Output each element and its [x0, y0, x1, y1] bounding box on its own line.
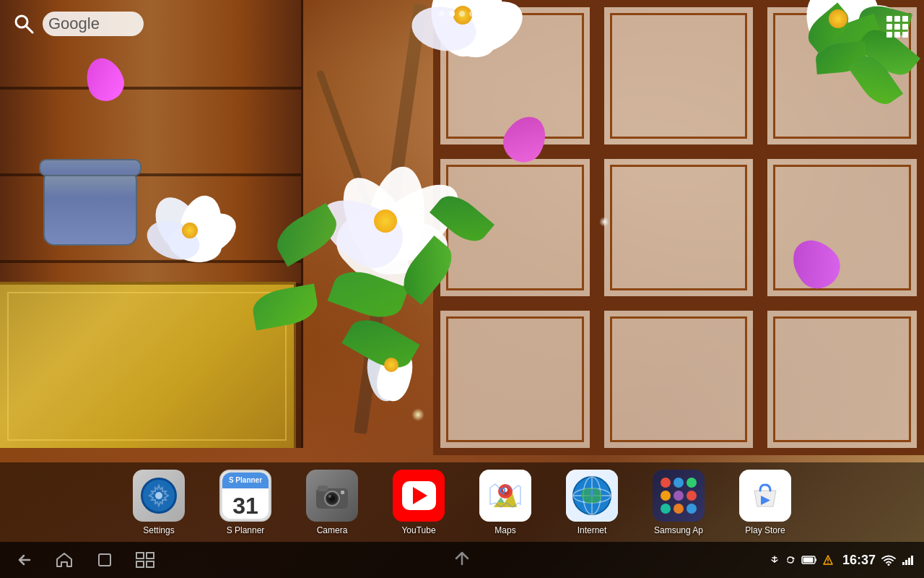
page-dots	[439, 11, 485, 17]
sparkle-2	[599, 217, 609, 227]
search-bar[interactable]: Google	[11, 11, 144, 37]
screenshot-button[interactable]	[132, 547, 158, 573]
svg-rect-9	[341, 491, 344, 494]
maps-icon: Q	[479, 470, 531, 522]
svg-rect-26	[136, 561, 144, 567]
svg-line-1	[26, 26, 32, 33]
dock-item-splanner[interactable]: S Planner 31 S Planner	[206, 466, 285, 539]
svg-point-8	[328, 495, 331, 498]
svg-rect-24	[136, 553, 144, 558]
page-dot-1[interactable]	[439, 11, 445, 17]
apps-grid-icon	[886, 16, 908, 38]
dock-item-playstore[interactable]: Play Store	[725, 466, 805, 539]
back-button[interactable]	[11, 547, 37, 573]
page-dot-4[interactable]	[469, 11, 475, 17]
status-right: 16:37	[770, 553, 913, 568]
svg-rect-31	[803, 558, 813, 563]
panel-cell	[760, 303, 924, 455]
battery-icon	[801, 555, 817, 565]
playstore-label: Play Store	[745, 525, 785, 535]
warning-icon	[823, 555, 833, 565]
nav-up-button[interactable]	[452, 548, 472, 571]
splanner-icon: S Planner 31	[219, 470, 271, 522]
svg-rect-38	[911, 556, 913, 565]
svg-rect-30	[815, 558, 816, 561]
splanner-label: S Planner	[227, 525, 265, 535]
svg-point-33	[827, 562, 829, 564]
status-bar: 16:37	[0, 542, 924, 578]
internet-icon	[566, 470, 618, 522]
apps-button[interactable]	[881, 11, 913, 43]
maps-label: Maps	[494, 525, 515, 535]
svg-rect-4	[318, 486, 328, 491]
svg-rect-25	[147, 553, 154, 558]
panel-cell	[597, 303, 761, 455]
settings-label: Settings	[143, 525, 174, 535]
svg-rect-37	[908, 558, 910, 565]
signal-icon	[902, 554, 913, 566]
samsung-icon	[653, 470, 705, 522]
flower-left	[144, 195, 238, 282]
svg-rect-35	[902, 562, 905, 565]
sync-icon	[785, 555, 796, 565]
dock-item-camera[interactable]: Camera	[292, 466, 372, 539]
dock-item-maps[interactable]: Q Maps	[466, 466, 545, 539]
dock-item-youtube[interactable]: YouTube	[379, 466, 458, 539]
usb-icon	[770, 555, 780, 565]
camera-icon	[306, 470, 358, 522]
settings-icon	[133, 470, 185, 522]
youtube-icon	[393, 470, 445, 522]
samsung-label: Samsung Ap	[654, 525, 703, 535]
search-label[interactable]: Google	[43, 12, 144, 36]
page-dot-5[interactable]	[479, 11, 485, 17]
svg-point-34	[888, 564, 890, 566]
svg-rect-23	[99, 554, 110, 566]
nav-buttons	[11, 547, 158, 573]
playstore-icon	[739, 470, 791, 522]
camera-label: Camera	[317, 525, 348, 535]
page-dot-3[interactable]	[459, 11, 465, 17]
ceramic-pot	[43, 166, 137, 246]
dock: Settings S Planner 31 S Planner	[0, 462, 924, 542]
dock-item-settings[interactable]: Settings	[119, 466, 199, 539]
internet-label: Internet	[578, 525, 607, 535]
gold-cabinet	[0, 282, 296, 448]
panel-cell	[433, 303, 597, 455]
svg-rect-36	[905, 560, 907, 565]
search-icon	[11, 11, 37, 37]
svg-text:Q: Q	[500, 486, 506, 495]
home-button[interactable]	[51, 547, 77, 573]
youtube-label: YouTube	[401, 525, 435, 535]
dock-item-internet[interactable]: Internet	[552, 466, 632, 539]
svg-point-2	[155, 492, 162, 499]
time-display: 16:37	[842, 553, 876, 568]
dock-item-samsung[interactable]: Samsung Ap	[639, 466, 718, 539]
sparkle-1	[411, 408, 424, 421]
recents-button[interactable]	[92, 547, 118, 573]
svg-rect-27	[147, 561, 154, 567]
page-dot-2[interactable]	[449, 11, 455, 17]
wifi-icon	[881, 554, 896, 566]
